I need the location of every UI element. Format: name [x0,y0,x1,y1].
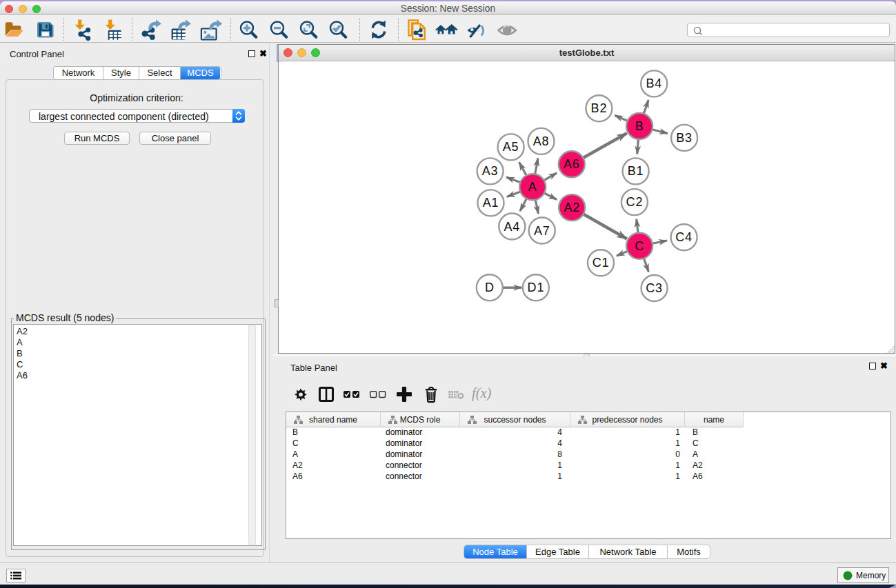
svg-text:C1: C1 [593,256,610,270]
svg-text:A4: A4 [504,220,520,234]
svg-text:B3: B3 [676,131,693,145]
svg-text:D: D [485,281,495,294]
svg-text:B: B [635,119,644,133]
svg-text:B1: B1 [628,164,644,178]
svg-text:C: C [635,239,644,253]
svg-text:C3: C3 [646,281,663,295]
svg-text:D1: D1 [528,281,545,294]
svg-text:A8: A8 [533,134,550,148]
svg-text:A: A [528,180,537,194]
svg-text:C2: C2 [626,195,644,209]
svg-text:A3: A3 [482,164,499,178]
svg-text:A5: A5 [503,140,519,154]
svg-text:A7: A7 [534,224,550,238]
svg-text:C4: C4 [675,230,693,244]
svg-text:A1: A1 [483,196,499,210]
svg-text:A6: A6 [564,157,580,171]
svg-text:B2: B2 [591,101,608,115]
svg-text:A2: A2 [564,201,580,214]
svg-text:B4: B4 [646,77,662,90]
